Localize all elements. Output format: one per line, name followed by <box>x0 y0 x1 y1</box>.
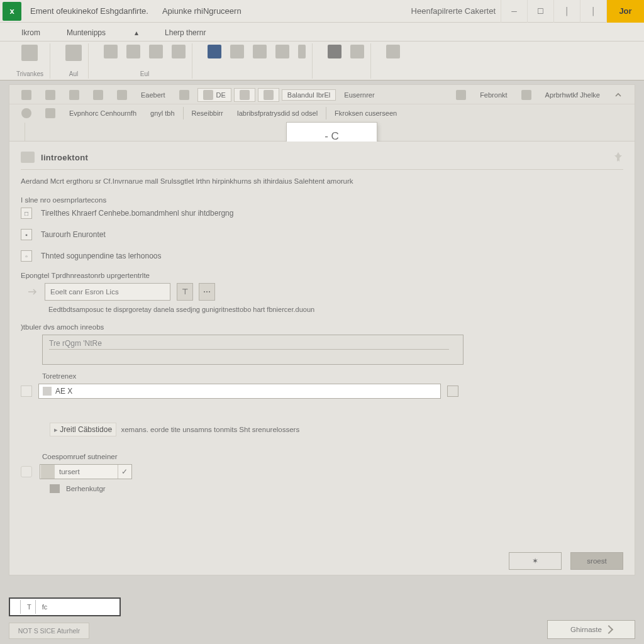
refresh-icon <box>21 90 31 100</box>
tb-toggle[interactable]: Balandul IbrEl <box>282 89 336 101</box>
ribbon-icon[interactable] <box>172 45 186 58</box>
tb-toggle[interactable] <box>234 88 255 102</box>
ribbon-icon[interactable] <box>65 45 82 61</box>
ribbon-icon[interactable] <box>253 45 267 58</box>
tb-btn[interactable] <box>516 88 537 102</box>
tb-btn[interactable] <box>16 88 37 102</box>
ribbon-icon[interactable] <box>275 45 289 58</box>
area-textarea[interactable]: Tre rQgm 'NtRe <box>42 335 464 365</box>
status-soft-button[interactable]: NOT S SICE Aturhelr <box>9 623 89 639</box>
ribbon-tab-3[interactable]: Lherp thernr <box>161 28 209 41</box>
circle-icon <box>21 108 31 118</box>
combo-leading-icon <box>21 466 32 477</box>
tb-text[interactable]: Evpnhorc Cenhournfh <box>64 108 142 119</box>
help-link-highlight[interactable]: ▸ Jreitl Cäbstidoe <box>50 423 116 436</box>
tb-btn[interactable] <box>16 106 37 120</box>
option-text: Thnted sogunpendine tas lerhonoos <box>41 252 161 260</box>
option-checkbox[interactable]: □ <box>21 208 32 219</box>
ribbon-group-2: Aul <box>59 43 89 79</box>
layers-icon <box>45 108 55 118</box>
export-stepper-up[interactable]: ⊤ <box>177 283 193 301</box>
tb-btn[interactable] <box>450 88 472 102</box>
filter-icon <box>456 90 466 100</box>
undo-icon <box>179 90 189 100</box>
option-checkbox[interactable]: ▪ <box>21 229 32 240</box>
ribbon-icon[interactable] <box>350 45 364 58</box>
tb-toggle[interactable] <box>258 88 279 102</box>
options-label: I slne nro oesrnprlartecons <box>21 196 623 204</box>
ribbon-icon[interactable] <box>104 45 118 58</box>
tb-text[interactable]: Aprbrhwtkf Jhelke <box>540 89 606 101</box>
ribbon-tab-1[interactable]: Ikrom <box>18 28 44 41</box>
secondary-toolbar: Eaebert DE Balandul IbrEl Eusernrer Febr… <box>9 84 635 123</box>
page-icon <box>203 90 213 100</box>
status-seg: T <box>23 600 36 614</box>
tb-text[interactable]: Fkroksen cuserseen <box>329 108 402 119</box>
tb-text[interactable]: Febronkt <box>474 89 513 101</box>
option-text: Tirelthes Khraerf Cenhebe.bomandmhenl sh… <box>41 209 233 218</box>
option-row: □ Tirelthes Khraerf Cenhebe.bomandmhenl … <box>21 208 623 219</box>
ok-button[interactable]: sroest <box>570 552 623 570</box>
tb-text[interactable]: Eaebert <box>135 89 171 101</box>
option-checkbox[interactable]: ▫ <box>21 250 32 262</box>
combo-sub-row: Berhenkutgr <box>50 484 623 493</box>
tb-text[interactable]: Eusernrer <box>338 89 380 101</box>
tb-text[interactable]: gnyl tbh <box>145 108 180 119</box>
cancel-icon: ✶ <box>532 557 538 565</box>
tb-btn[interactable] <box>40 106 61 120</box>
tb-btn[interactable] <box>87 88 109 102</box>
ribbon-icon[interactable] <box>298 45 306 58</box>
path-seg[interactable] <box>9 123 25 141</box>
bottom-right-button[interactable]: Ghirnaste <box>547 620 635 639</box>
area-label: )tbuler dvs amoch inreobs <box>21 323 623 331</box>
export-input[interactable]: Eoelt canr Esron Lics <box>45 283 170 301</box>
ribbon-icon[interactable] <box>328 45 341 58</box>
status-input[interactable]: T fc <box>9 597 121 616</box>
combo-icon <box>41 465 55 479</box>
area-input-wrap: Tre rQgm 'NtRe <box>42 335 623 365</box>
chevron-up-icon <box>614 91 623 99</box>
tb-btn[interactable] <box>40 88 61 102</box>
ribbon-group-6 <box>380 43 406 79</box>
collapse-button[interactable] <box>608 89 628 101</box>
pin-icon[interactable] <box>613 152 623 163</box>
tb-btn[interactable] <box>111 88 133 102</box>
ribbon-tab-2[interactable]: Muntenipps <box>63 28 109 41</box>
bottom-right-label: Ghirnaste <box>570 626 602 633</box>
ribbon-group-5 <box>321 43 371 79</box>
ribbon-icon[interactable] <box>230 45 244 58</box>
title-doc-a: Ement ofeukinekof Eshgdanfirte. <box>30 6 148 16</box>
tb-btn[interactable] <box>174 88 195 102</box>
area2-input[interactable]: AE X <box>38 384 441 399</box>
window-minimize-button[interactable]: ─ <box>501 0 527 23</box>
export-stepper-browse[interactable]: ⋯ <box>199 283 215 301</box>
cancel-button[interactable]: ✶ <box>509 552 562 570</box>
ribbon-tab-divider-icon: ▴ <box>135 28 138 37</box>
window-help-button[interactable]: │ <box>553 0 580 23</box>
ribbon-icon[interactable] <box>21 45 38 61</box>
chart-icon <box>264 90 274 100</box>
tb-btn[interactable] <box>64 88 85 102</box>
window-maximize-button[interactable]: ☐ <box>527 0 553 23</box>
combo-sub-text: Berhenkutgr <box>66 485 106 492</box>
area2-browse-button[interactable] <box>447 386 458 397</box>
flag-icon <box>45 90 55 100</box>
ribbon-icon[interactable] <box>208 45 221 58</box>
ribbon-icon[interactable] <box>386 45 400 58</box>
panel-footer: ✶ sroest <box>509 552 623 570</box>
status-seg <box>13 600 21 614</box>
tb-text[interactable]: Reseibbirr <box>186 108 229 119</box>
ribbon-icon[interactable] <box>126 45 140 58</box>
tb-text[interactable]: Iabribsfpratrysdid sd odsel <box>231 108 323 119</box>
titlebar: x Ement ofeukinekof Eshgdanfirte. Apiunk… <box>0 0 644 23</box>
window-close-button[interactable]: Jor <box>606 0 644 23</box>
db-icon <box>117 90 127 100</box>
ribbon-icon[interactable] <box>149 45 163 58</box>
help-highlight-text: Jreitl Cäbstidoe <box>60 425 112 434</box>
window-pin-button[interactable]: │ <box>580 0 606 23</box>
tb-toggle[interactable]: DE <box>197 88 231 102</box>
app-icon: x <box>3 2 21 21</box>
title-doc-b: Apiunke rhiNgruceern <box>162 6 242 16</box>
clip-icon <box>43 387 52 396</box>
combo-select[interactable]: tursert ✓ <box>40 464 132 479</box>
